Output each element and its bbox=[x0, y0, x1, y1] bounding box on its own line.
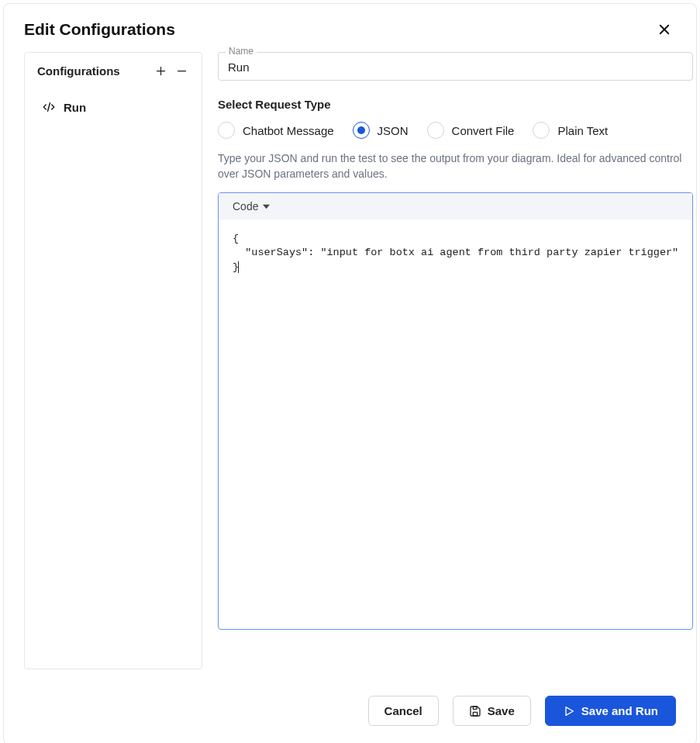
save-and-run-button[interactable]: Save and Run bbox=[545, 696, 676, 726]
svg-marker-6 bbox=[263, 204, 270, 208]
code-content: { "userSays": "input for botx ai agent f… bbox=[233, 233, 678, 272]
code-panel: Code { "userSays": "input for botx ai ag… bbox=[218, 192, 693, 630]
radio-dot-icon bbox=[357, 126, 365, 134]
button-label: Save and Run bbox=[581, 704, 658, 717]
request-type-label: Select Request Type bbox=[218, 98, 693, 111]
dialog-footer: Cancel Save Save and Run bbox=[4, 674, 696, 743]
radio-label: JSON bbox=[378, 124, 409, 137]
text-cursor-icon bbox=[238, 261, 239, 273]
dialog-header: Edit Configurations bbox=[4, 4, 696, 52]
radio-circle-icon bbox=[353, 122, 370, 139]
radio-circle-icon bbox=[427, 122, 444, 139]
radio-label: Plain Text bbox=[557, 124, 608, 137]
name-field-wrapper: Name bbox=[218, 52, 693, 81]
name-label: Name bbox=[226, 46, 257, 57]
sidebar-item-run[interactable]: Run bbox=[37, 97, 189, 117]
name-input[interactable] bbox=[218, 52, 693, 81]
help-text: Type your JSON and run the test to see t… bbox=[218, 151, 693, 181]
add-configuration-button[interactable] bbox=[153, 64, 168, 78]
save-icon bbox=[469, 705, 481, 717]
radio-label: Convert File bbox=[452, 124, 515, 137]
sidebar-title: Configurations bbox=[37, 64, 120, 78]
radio-circle-icon bbox=[218, 122, 235, 139]
sidebar-item-label: Run bbox=[64, 101, 86, 114]
radio-circle-icon bbox=[533, 122, 550, 139]
dialog-body: Configurations bbox=[4, 52, 696, 674]
radio-label: Chatbot Message bbox=[243, 124, 334, 137]
button-label: Save bbox=[488, 704, 515, 717]
code-icon bbox=[42, 100, 56, 114]
plus-icon bbox=[155, 65, 167, 77]
minus-icon bbox=[176, 65, 188, 77]
svg-marker-9 bbox=[566, 707, 573, 715]
remove-configuration-button[interactable] bbox=[174, 64, 189, 78]
request-type-radios: Chatbot Message JSON Convert File Plain … bbox=[218, 122, 693, 139]
radio-json[interactable]: JSON bbox=[353, 122, 409, 139]
caret-down-icon bbox=[263, 203, 270, 210]
sidebar-actions bbox=[153, 64, 189, 78]
sidebar-header: Configurations bbox=[37, 64, 189, 78]
edit-configurations-dialog: Edit Configurations Configurations bbox=[3, 3, 697, 743]
close-button[interactable] bbox=[654, 19, 674, 40]
code-dropdown-label: Code bbox=[233, 200, 258, 213]
close-icon bbox=[657, 22, 671, 36]
play-icon bbox=[563, 705, 575, 717]
configurations-sidebar: Configurations bbox=[24, 52, 202, 669]
svg-line-5 bbox=[48, 103, 50, 112]
save-button[interactable]: Save bbox=[453, 696, 531, 726]
radio-convert-file[interactable]: Convert File bbox=[427, 122, 515, 139]
radio-chatbot-message[interactable]: Chatbot Message bbox=[218, 122, 334, 139]
button-label: Cancel bbox=[384, 704, 422, 717]
code-mode-dropdown[interactable]: Code bbox=[219, 193, 692, 219]
svg-rect-7 bbox=[473, 712, 477, 716]
main-panel: Name Select Request Type Chatbot Message… bbox=[218, 52, 693, 669]
svg-rect-8 bbox=[473, 707, 477, 709]
cancel-button[interactable]: Cancel bbox=[368, 696, 439, 726]
dialog-title: Edit Configurations bbox=[24, 20, 175, 39]
radio-plain-text[interactable]: Plain Text bbox=[533, 122, 608, 139]
code-editor[interactable]: { "userSays": "input for botx ai agent f… bbox=[219, 219, 692, 629]
